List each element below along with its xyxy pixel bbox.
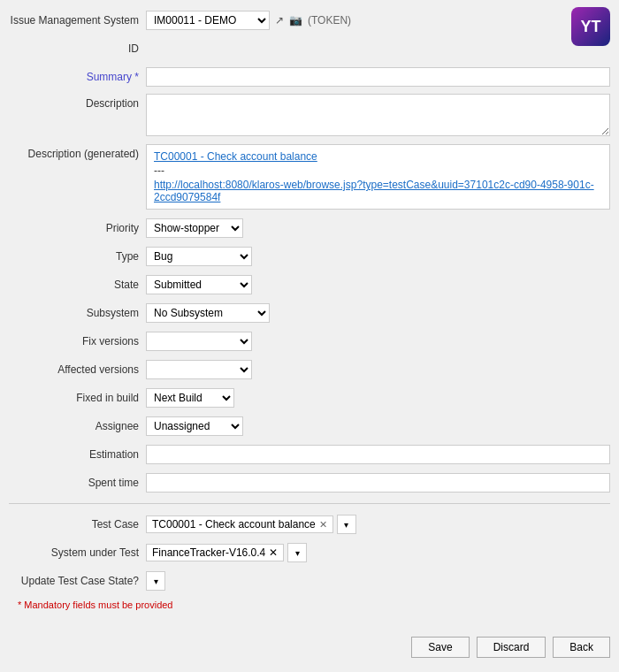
priority-select[interactable]: Show-stopper [146, 218, 243, 238]
fixed-in-build-select[interactable]: Next Build [146, 388, 234, 408]
page-container: YT Issue Management System IM00011 - DEM… [0, 0, 619, 667]
ims-select[interactable]: IM00011 - DEMO [146, 11, 270, 30]
test-case-row: Test Case TC00001 - Check account balanc… [9, 513, 610, 536]
state-label: State [9, 279, 146, 291]
subsystem-value-col: No Subsystem [146, 303, 610, 323]
id-row: ID [9, 37, 610, 60]
fixed-in-build-label: Fixed in build [9, 392, 146, 404]
assignee-row: Assignee Unassigned [9, 415, 610, 438]
discard-button[interactable]: Discard [477, 637, 546, 658]
external-link-icon[interactable]: ↗ [275, 14, 284, 27]
spent-time-label: Spent time [9, 477, 146, 489]
spent-time-row: Spent time [9, 471, 610, 494]
description-label: Description [9, 94, 146, 110]
priority-value-col: Show-stopper [146, 218, 610, 238]
spent-time-value-col [146, 473, 610, 493]
token-text: (TOKEN) [308, 14, 351, 27]
subsystem-row: Subsystem No Subsystem [9, 302, 610, 325]
test-case-label: Test Case [9, 518, 146, 531]
mandatory-note: * Mandatory fields must be provided [18, 599, 610, 610]
type-select[interactable]: Bug [146, 247, 252, 266]
sut-tag: FinanceTracker-V16.0.4 ✕ [146, 544, 284, 561]
sut-tag-text: FinanceTracker-V16.0.4 [152, 546, 265, 559]
state-value-col: Submitted [146, 275, 610, 294]
priority-row: Priority Show-stopper [9, 217, 610, 240]
priority-label: Priority [9, 222, 146, 234]
desc-generated-url[interactable]: http://localhost:8080/klaros-web/browse.… [154, 179, 594, 203]
fix-versions-select[interactable] [146, 332, 252, 351]
sut-value-col: FinanceTracker-V16.0.4 ✕ ▾ [146, 543, 610, 562]
sut-row: System under Test FinanceTracker-V16.0.4… [9, 541, 610, 564]
estimation-value-col [146, 445, 610, 464]
desc-sep: --- [154, 164, 602, 177]
update-state-label: Update Test Case State? [9, 575, 146, 587]
footer-buttons: Save Discard Back [9, 628, 610, 658]
desc-generated-box: TC00001 - Check account balance --- http… [146, 144, 610, 210]
summary-value-col [146, 67, 610, 87]
divider [9, 503, 610, 504]
back-button[interactable]: Back [553, 637, 610, 658]
update-state-row: Update Test Case State? ▾ [9, 569, 610, 592]
affected-versions-row: Affected versions [9, 358, 610, 381]
ims-row: Issue Management System IM00011 - DEMO ↗… [9, 9, 610, 32]
assignee-label: Assignee [9, 420, 146, 432]
type-row: Type Bug [9, 245, 610, 268]
description-row: Description [9, 94, 610, 139]
state-row: State Submitted [9, 273, 610, 296]
estimation-input[interactable] [146, 445, 610, 464]
summary-row: Summary * [9, 65, 610, 88]
logo-text: YT [580, 18, 600, 36]
assignee-value-col: Unassigned [146, 416, 610, 436]
ims-label: Issue Management System [9, 14, 146, 27]
affected-versions-select[interactable] [146, 360, 252, 379]
sut-remove-btn[interactable]: ✕ [269, 546, 278, 559]
state-select[interactable]: Submitted [146, 275, 252, 294]
ims-value-col: IM00011 - DEMO ↗ 📷 (TOKEN) [146, 11, 610, 30]
sut-dropdown-btn[interactable]: ▾ [287, 543, 307, 562]
id-label: ID [9, 42, 146, 55]
assignee-select[interactable]: Unassigned [146, 416, 243, 436]
summary-label: Summary * [9, 71, 146, 83]
update-state-dropdown-btn[interactable]: ▾ [146, 571, 165, 591]
save-button[interactable]: Save [411, 637, 469, 658]
affected-versions-value-col [146, 360, 610, 379]
fix-versions-value-col [146, 332, 610, 351]
fixed-in-build-row: Fixed in build Next Build [9, 386, 610, 409]
test-case-dropdown-btn[interactable]: ▾ [337, 515, 356, 534]
test-case-remove-btn[interactable]: ✕ [319, 519, 327, 531]
fix-versions-row: Fix versions [9, 330, 610, 353]
yt-logo: YT [571, 7, 610, 46]
type-value-col: Bug [146, 247, 610, 266]
description-value-col [146, 94, 610, 139]
fixed-in-build-value-col: Next Build [146, 388, 610, 408]
update-state-value-col: ▾ [146, 571, 610, 591]
image-icon[interactable]: 📷 [289, 14, 302, 27]
subsystem-label: Subsystem [9, 307, 146, 319]
fix-versions-label: Fix versions [9, 335, 146, 347]
test-case-value-col: TC00001 - Check account balance ✕ ▾ [146, 515, 610, 534]
estimation-row: Estimation [9, 443, 610, 466]
estimation-label: Estimation [9, 448, 146, 461]
test-case-tag: TC00001 - Check account balance ✕ [146, 515, 333, 533]
test-case-tag-text: TC00001 - Check account balance [152, 518, 316, 531]
desc-generated-label: Description (generated) [9, 144, 146, 160]
description-textarea[interactable] [146, 94, 610, 136]
desc-generated-row: Description (generated) TC00001 - Check … [9, 144, 610, 210]
affected-versions-label: Affected versions [9, 363, 146, 376]
type-label: Type [9, 250, 146, 263]
desc-generated-link[interactable]: TC00001 - Check account balance [154, 150, 317, 163]
summary-input[interactable] [146, 67, 610, 87]
spent-time-input[interactable] [146, 473, 610, 493]
desc-generated-value-col: TC00001 - Check account balance --- http… [146, 144, 610, 210]
subsystem-select[interactable]: No Subsystem [146, 303, 270, 323]
sut-label: System under Test [9, 546, 146, 559]
